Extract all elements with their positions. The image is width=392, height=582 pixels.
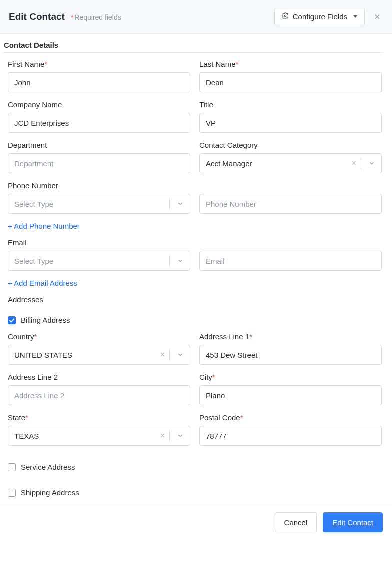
country-label: Country*	[8, 332, 190, 341]
department-group: Department	[8, 141, 190, 174]
email-type-select[interactable]: Select Type	[8, 251, 190, 271]
title-input[interactable]	[200, 113, 382, 133]
clear-icon[interactable]: ×	[352, 159, 356, 168]
company-name-group: Company Name	[8, 100, 190, 133]
billing-address-label: Billing Address	[21, 316, 70, 324]
company-name-input[interactable]	[8, 113, 190, 133]
phone-type-select[interactable]: Select Type	[8, 194, 190, 214]
country-select[interactable]: UNITED STATES ×	[8, 345, 190, 365]
chevron-down-icon	[368, 160, 376, 167]
dialog-footer: Cancel Edit Contact	[0, 504, 392, 540]
email-group: Email Select Type	[8, 238, 382, 271]
dialog-header: Edit Contact *Required fields Configure …	[0, 0, 392, 34]
address1-input[interactable]	[200, 345, 382, 365]
chevron-down-icon	[177, 432, 184, 440]
first-name-group: First Name*	[8, 60, 190, 92]
title-label: Title	[200, 100, 382, 109]
department-input[interactable]	[8, 154, 190, 174]
contact-category-label: Contact Category	[200, 141, 382, 150]
email-input[interactable]	[200, 251, 382, 271]
service-address-checkbox[interactable]	[8, 464, 16, 472]
last-name-group: Last Name*	[200, 60, 382, 92]
company-name-label: Company Name	[8, 100, 190, 109]
phone-number-group: Phone Number Select Type	[8, 182, 382, 214]
shipping-address-checkbox[interactable]	[8, 489, 16, 497]
service-address-label: Service Address	[21, 463, 75, 472]
configure-fields-button[interactable]: Configure Fields	[274, 8, 365, 26]
city-input[interactable]	[200, 386, 382, 406]
postal-input[interactable]	[200, 426, 382, 446]
clear-icon[interactable]: ×	[160, 350, 165, 360]
email-label: Email	[8, 238, 382, 247]
address2-input[interactable]	[8, 386, 190, 406]
required-hint: *Required fields	[71, 14, 122, 22]
last-name-input[interactable]	[200, 72, 382, 92]
postal-group: Postal Code*	[200, 414, 382, 446]
state-label: State*	[8, 414, 190, 422]
phone-number-input[interactable]	[200, 194, 382, 214]
svg-point-0	[284, 15, 286, 17]
contact-category-select[interactable]: Acct Manager ×	[200, 154, 382, 174]
caret-down-icon	[354, 16, 358, 18]
submit-button[interactable]: Edit Contact	[323, 512, 383, 532]
first-name-input[interactable]	[8, 72, 190, 92]
clear-icon[interactable]: ×	[160, 432, 165, 440]
page-title: Edit Contact	[9, 12, 65, 22]
chevron-down-icon	[177, 352, 184, 358]
address1-group: Address Line 1*	[200, 332, 382, 365]
title-group: Title	[200, 100, 382, 133]
shipping-address-label: Shipping Address	[21, 488, 80, 497]
cancel-button[interactable]: Cancel	[275, 512, 318, 532]
add-email-link[interactable]: + Add Email Address	[8, 279, 78, 288]
billing-address-checkbox[interactable]	[8, 316, 16, 324]
city-label: City*	[200, 373, 382, 382]
state-group: State* TEXAS ×	[8, 414, 190, 446]
section-title: Contact Details	[3, 41, 383, 53]
gear-icon	[282, 12, 289, 21]
city-group: City*	[200, 373, 382, 406]
address1-label: Address Line 1*	[200, 332, 382, 341]
addresses-label: Addresses	[8, 296, 382, 304]
address2-group: Address Line 2	[8, 373, 190, 406]
postal-label: Postal Code*	[200, 414, 382, 422]
address2-label: Address Line 2	[8, 373, 190, 382]
state-select[interactable]: TEXAS ×	[8, 426, 190, 446]
add-phone-link[interactable]: + Add Phone Number	[8, 222, 80, 230]
chevron-down-icon	[177, 200, 184, 208]
last-name-label: Last Name*	[200, 60, 382, 68]
first-name-label: First Name*	[8, 60, 190, 68]
country-group: Country* UNITED STATES ×	[8, 332, 190, 365]
close-button[interactable]	[372, 12, 383, 22]
chevron-down-icon	[177, 258, 184, 264]
phone-number-label: Phone Number	[8, 182, 382, 190]
department-label: Department	[8, 141, 190, 150]
contact-category-group: Contact Category Acct Manager ×	[200, 141, 382, 174]
